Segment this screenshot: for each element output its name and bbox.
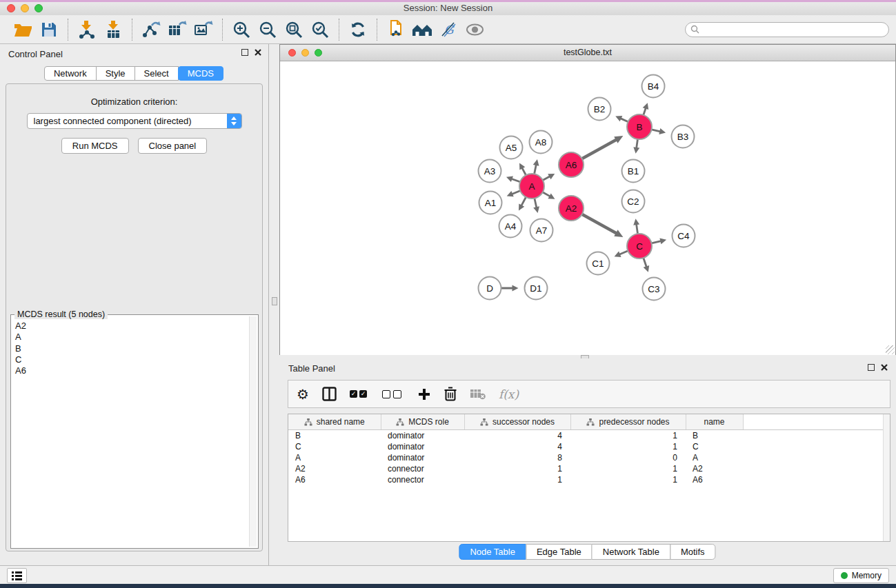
table-cell[interactable]: 4 bbox=[464, 430, 570, 442]
table-cell[interactable]: B bbox=[288, 430, 381, 442]
tab-motifs[interactable]: Motifs bbox=[670, 544, 716, 560]
search-input[interactable] bbox=[699, 23, 888, 37]
table-row[interactable]: Cdominator41C bbox=[288, 441, 890, 452]
table-cell[interactable]: 1 bbox=[464, 474, 570, 485]
tab-network-table[interactable]: Network Table bbox=[592, 544, 670, 560]
table-cell[interactable]: dominator bbox=[381, 430, 464, 442]
graph-edge-A-A4[interactable] bbox=[521, 198, 526, 205]
table-cell[interactable]: A6 bbox=[686, 474, 743, 485]
mcds-result-item[interactable]: B bbox=[12, 343, 249, 354]
run-mcds-button[interactable]: Run MCDS bbox=[61, 138, 129, 154]
table-cell[interactable]: A6 bbox=[288, 474, 381, 485]
graph-edge-B-B3[interactable] bbox=[653, 130, 660, 131]
export-network-icon[interactable] bbox=[140, 18, 162, 41]
delete-column-icon[interactable] bbox=[444, 385, 457, 403]
table-cell[interactable]: 1 bbox=[570, 474, 686, 485]
graph-edge-A-A6[interactable] bbox=[544, 176, 550, 180]
criterion-dropdown[interactable]: largest connected component (directed) bbox=[27, 113, 242, 129]
table-row[interactable]: Bdominator41B bbox=[288, 430, 890, 442]
result-scrollbar[interactable] bbox=[249, 316, 257, 547]
toggle-graphics-details-icon[interactable]: G bbox=[437, 18, 459, 41]
table-cell[interactable]: A2 bbox=[686, 463, 743, 474]
table-cell[interactable]: 1 bbox=[570, 441, 686, 452]
table-cell[interactable]: 1 bbox=[570, 463, 686, 474]
import-network-icon[interactable] bbox=[76, 18, 98, 41]
table-cell[interactable]: C bbox=[686, 441, 743, 452]
network-canvas[interactable]: B4B2BB3A5A8A6A3AB1A1A2C2A4A7C4CC1C3DD1 bbox=[280, 61, 895, 355]
mcds-result-item[interactable]: C bbox=[12, 354, 249, 365]
column-header-MCDS-role[interactable]: MCDS role bbox=[381, 414, 464, 430]
table-cell[interactable]: C bbox=[288, 441, 381, 452]
select-all-icon[interactable]: ✓✓ bbox=[350, 385, 369, 403]
search-field[interactable] bbox=[685, 22, 889, 37]
new-network-from-selection-icon[interactable] bbox=[385, 18, 407, 41]
table-cell[interactable]: 4 bbox=[464, 441, 570, 452]
float-panel-icon[interactable] bbox=[241, 49, 248, 56]
graph-edge-B-B1[interactable] bbox=[637, 140, 638, 148]
show-columns-icon[interactable] bbox=[322, 385, 337, 403]
graph-edge-A6-B[interactable] bbox=[583, 140, 616, 159]
task-history-button[interactable] bbox=[7, 568, 27, 583]
open-session-icon[interactable] bbox=[12, 18, 34, 41]
table-cell[interactable]: 0 bbox=[570, 452, 686, 463]
table-row[interactable]: A2connector11A2 bbox=[288, 463, 890, 474]
graph-edge-B-B2[interactable] bbox=[621, 119, 627, 121]
zoom-in-icon[interactable] bbox=[230, 18, 252, 41]
graph-edge-A-A8[interactable] bbox=[535, 165, 536, 174]
table-row[interactable]: A6connector11A6 bbox=[288, 474, 890, 485]
tab-style[interactable]: Style bbox=[96, 66, 135, 81]
graph-edge-C-C2[interactable] bbox=[637, 225, 638, 233]
graph-edge-A-A7[interactable] bbox=[535, 199, 537, 207]
graph-edge-B-B4[interactable] bbox=[644, 109, 646, 114]
zoom-fit-icon[interactable] bbox=[283, 18, 305, 41]
tab-edge-table[interactable]: Edge Table bbox=[526, 544, 593, 560]
mcds-result-item[interactable]: A bbox=[12, 332, 249, 343]
column-header-shared-name[interactable]: shared name bbox=[288, 414, 381, 430]
table-cell[interactable]: connector bbox=[381, 463, 464, 474]
graph-edge-A-A3[interactable] bbox=[512, 179, 519, 182]
vertical-split-handle[interactable] bbox=[272, 297, 277, 305]
graph-edge-A2-C[interactable] bbox=[583, 214, 616, 233]
close-panel-button[interactable]: Close panel bbox=[138, 138, 208, 154]
float-table-panel-icon[interactable] bbox=[868, 364, 875, 371]
graph-edge-C-C3[interactable] bbox=[644, 258, 646, 266]
close-panel-icon[interactable] bbox=[255, 49, 261, 56]
mcds-result-item[interactable]: A2 bbox=[12, 321, 249, 332]
tab-mcds[interactable]: MCDS bbox=[178, 66, 223, 81]
table-cell[interactable]: 1 bbox=[464, 463, 570, 474]
graph-edge-A-A2[interactable] bbox=[544, 192, 550, 196]
table-scrollbar[interactable] bbox=[883, 414, 890, 541]
export-table-icon[interactable] bbox=[166, 18, 188, 41]
home-cybrowser-icon[interactable] bbox=[411, 18, 433, 41]
tab-network[interactable]: Network bbox=[44, 66, 97, 81]
column-header-name[interactable]: name bbox=[686, 414, 743, 430]
table-cell[interactable]: dominator bbox=[381, 452, 464, 463]
table-cell[interactable]: B bbox=[686, 430, 743, 442]
zoom-selected-icon[interactable] bbox=[309, 18, 331, 41]
table-cell[interactable]: A bbox=[686, 452, 743, 463]
export-image-icon[interactable] bbox=[192, 18, 215, 41]
resize-grip-icon[interactable] bbox=[886, 345, 895, 354]
memory-button[interactable]: Memory bbox=[833, 568, 889, 583]
table-row[interactable]: Adominator80A bbox=[288, 452, 890, 463]
import-table-icon[interactable] bbox=[102, 18, 124, 41]
save-session-icon[interactable] bbox=[38, 18, 60, 41]
table-cell[interactable]: connector bbox=[381, 474, 464, 485]
refresh-network-icon[interactable] bbox=[347, 18, 369, 41]
close-table-panel-icon[interactable] bbox=[881, 364, 888, 371]
unselect-all-icon[interactable] bbox=[382, 385, 404, 403]
table-cell[interactable]: dominator bbox=[381, 441, 464, 452]
graph-edge-C-C4[interactable] bbox=[652, 241, 660, 243]
table-cell[interactable]: 1 bbox=[570, 430, 686, 442]
graph-edge-A-A1[interactable] bbox=[512, 191, 519, 194]
tab-node-table[interactable]: Node Table bbox=[459, 544, 526, 560]
tab-select[interactable]: Select bbox=[135, 66, 179, 81]
column-header-predecessor-nodes[interactable]: predecessor nodes bbox=[570, 414, 686, 430]
table-cell[interactable]: A2 bbox=[288, 463, 381, 474]
table-settings-icon[interactable]: ⚙ bbox=[297, 385, 309, 403]
show-hide-panels-icon[interactable] bbox=[464, 18, 486, 41]
zoom-out-icon[interactable] bbox=[257, 18, 279, 41]
table-cell[interactable]: A bbox=[288, 452, 381, 463]
graph-edge-A-A5[interactable] bbox=[522, 168, 526, 174]
network-window-titlebar[interactable]: testGlobe.txt bbox=[280, 45, 895, 61]
